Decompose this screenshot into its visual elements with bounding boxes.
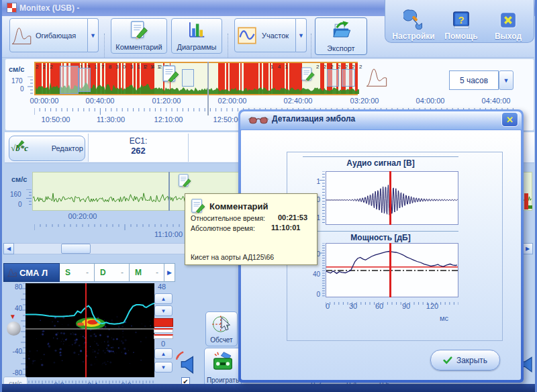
power-chart[interactable] (326, 243, 458, 297)
tick-label: 00:00:00 (30, 97, 59, 105)
timeline-y-ticks (28, 77, 33, 98)
gain-down-button[interactable]: ▼ (154, 305, 173, 316)
envelope-curve-icon (11, 26, 32, 46)
power-chart-title: Мощность [дБ] (303, 231, 458, 243)
indicator-cell-m[interactable]: M- (130, 263, 164, 282)
level-slider-step[interactable] (154, 328, 173, 333)
probe-joystick-icon[interactable] (7, 322, 21, 336)
scrollbar-right-arrow[interactable]: ▶ (522, 243, 533, 254)
dialog-title: Детализация эмбола (272, 114, 355, 124)
ec1-value: 262 (89, 146, 188, 156)
level-slider-step[interactable] (154, 334, 173, 339)
ec1-label: EC1: (89, 136, 188, 146)
scale-down-button[interactable]: ▼ (154, 362, 173, 373)
help-button[interactable]: Помощь (439, 2, 483, 41)
velocity-abs-tick: 11:10:00 (154, 230, 183, 238)
timeline-comment-icon[interactable] (301, 67, 315, 81)
envelope-label: Огибающая (36, 32, 76, 40)
comment-button[interactable]: Комментарий (111, 18, 167, 54)
velocity-ymax-label: 160 (10, 191, 21, 198)
tooltip-rel-value: 00:21:53 (278, 213, 307, 222)
timeline-marker-numbers: 2 2 2 (36, 64, 54, 70)
timeline-marker-numbers: 2 2 2 2 2 2 2 (316, 64, 363, 70)
comment-tooltip: Комментарий Относительное время: 00:21:5… (185, 193, 318, 265)
timeline-selection-box[interactable] (182, 69, 194, 87)
envelope-mini-icon[interactable] (366, 66, 387, 88)
indicator-cell-s[interactable]: S- (60, 263, 95, 282)
comment-note-icon (130, 21, 148, 39)
scrollbar-left-arrow[interactable]: ◀ (3, 243, 14, 254)
tick-label: 01:20:00 (152, 97, 181, 105)
timeline-marker-numbers: 1 4 1 (271, 64, 289, 70)
system-tab-panel: Настройки Помощь Выход (385, 0, 534, 43)
settings-button[interactable]: Настройки (389, 2, 438, 41)
velocity-cursor[interactable] (168, 172, 170, 211)
timeline-yzero-label: 0 (20, 85, 24, 93)
calc-label: Обсчет (210, 336, 232, 344)
play-button[interactable]: Проиграть (204, 348, 242, 387)
scale-up-button[interactable]: ▲ (154, 348, 173, 359)
tick-label: 02:40:00 (284, 97, 313, 105)
sound-speaker-icon[interactable] (174, 350, 197, 375)
tooltip-abs-value: 11:10:01 (271, 224, 300, 232)
envelope-button[interactable]: Огибающая (9, 18, 88, 52)
velocity-comment-icon[interactable] (178, 174, 191, 187)
tick-label: 11:30:00 (97, 115, 125, 124)
export-button[interactable]: Экспорт (315, 17, 367, 55)
range-combo-dropdown[interactable]: ▼ (499, 70, 514, 90)
exit-icon (499, 11, 518, 30)
section-button[interactable]: Участок (234, 18, 296, 52)
gain-top-value: 48 (158, 283, 166, 291)
audio-cursor[interactable] (389, 171, 391, 225)
help-book-icon (451, 9, 471, 30)
channel-tab-sma-l[interactable]: СМА Л (3, 263, 60, 282)
section-dropdown[interactable]: ▼ (296, 18, 307, 52)
tooltip-note-text: Кисет на аорты АД125\66 (191, 253, 274, 261)
timeline-comment-icon[interactable] (162, 65, 179, 83)
indicator-value: - (121, 268, 124, 277)
ec1-cell[interactable]: EC1: 262 (88, 134, 189, 162)
dialog-close-button[interactable]: Закрыть (430, 350, 500, 371)
power-x-unit: мс (440, 314, 448, 322)
diagrams-label: Диаграммы (177, 43, 217, 51)
audio-chart-title: Аудио сигнал [В] (303, 156, 458, 168)
indicator-cell-d[interactable]: D- (95, 263, 130, 282)
power-cursor[interactable] (389, 243, 391, 297)
indicator-next-arrow[interactable]: ▶ (164, 263, 175, 282)
power-x-axis: 0306090120 (326, 302, 458, 311)
tick-label: 120 (426, 302, 438, 310)
timeline-selection-box[interactable] (60, 66, 79, 94)
level-slider-fill[interactable] (154, 318, 173, 327)
tick-label: 00:40:00 (86, 97, 115, 105)
diagrams-button[interactable]: Диаграммы (171, 18, 222, 54)
timeline-selection-box[interactable] (327, 69, 339, 87)
tooltip-title: Комментарий (209, 201, 268, 211)
timeline-relative-axis: 00:00:0000:40:0001:20:0002:00:0002:40:00… (2, 97, 534, 105)
timeline-selection-box[interactable] (79, 68, 91, 92)
export-label: Экспорт (327, 44, 354, 52)
gain-up-button[interactable]: ▲ (154, 293, 173, 304)
gain-bottom-value: 0 (161, 340, 165, 348)
dialog-close-icon[interactable]: ✕ (501, 112, 518, 127)
audio-signal-chart[interactable] (326, 171, 458, 225)
waveform-section-icon (236, 26, 258, 45)
calc-button[interactable]: Обсчет (205, 311, 238, 346)
range-combo-value[interactable]: 5 часов (449, 70, 499, 90)
tick-label: 0 (326, 302, 330, 310)
exit-button[interactable]: Выход (485, 2, 532, 41)
tick-label: 12:50:00 (213, 115, 242, 124)
section-label: Участок (262, 32, 289, 40)
calc-icon (211, 314, 232, 334)
timeline-selection-box[interactable] (342, 69, 355, 87)
spectrogram[interactable] (26, 283, 154, 377)
bar-chart-icon (187, 21, 206, 39)
timeline-cursor[interactable] (207, 62, 209, 115)
envelope-dropdown[interactable]: ▼ (88, 18, 99, 52)
check-icon (443, 356, 452, 365)
tooltip-rel-label: Относительное время: (191, 214, 265, 222)
hidden-chart-green-mark (528, 205, 532, 209)
editor-button[interactable]: √b*c Редактор (9, 136, 85, 161)
indicator-value: - (86, 268, 89, 277)
channel-tab-label: СМА Л (19, 268, 48, 278)
scrollbar-thumb[interactable] (61, 244, 91, 254)
